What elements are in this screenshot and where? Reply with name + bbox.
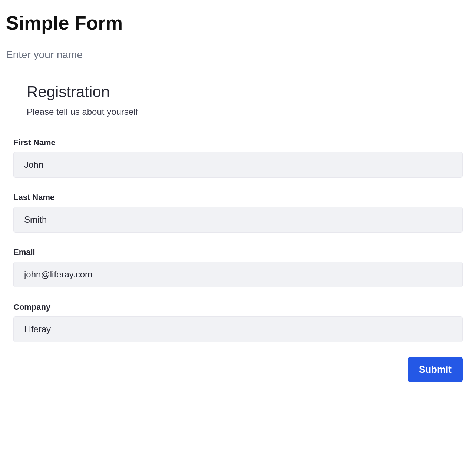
page-subtitle: Enter your name: [6, 49, 470, 61]
first-name-label: First Name: [13, 138, 463, 147]
form-actions: Submit: [13, 357, 463, 382]
company-input[interactable]: [13, 316, 463, 342]
form-subheading: Please tell us about yourself: [13, 107, 463, 117]
last-name-label: Last Name: [13, 193, 463, 202]
form-group-email: Email: [13, 247, 463, 287]
form-group-last-name: Last Name: [13, 193, 463, 233]
form-group-company: Company: [13, 302, 463, 342]
first-name-input[interactable]: [13, 152, 463, 178]
last-name-input[interactable]: [13, 207, 463, 233]
form-heading: Registration: [13, 83, 463, 101]
email-input[interactable]: [13, 262, 463, 287]
page-title: Simple Form: [6, 12, 470, 34]
submit-button[interactable]: Submit: [408, 357, 463, 382]
form-container: Registration Please tell us about yourse…: [6, 83, 470, 382]
company-label: Company: [13, 302, 463, 312]
email-label: Email: [13, 247, 463, 257]
form-group-first-name: First Name: [13, 138, 463, 178]
